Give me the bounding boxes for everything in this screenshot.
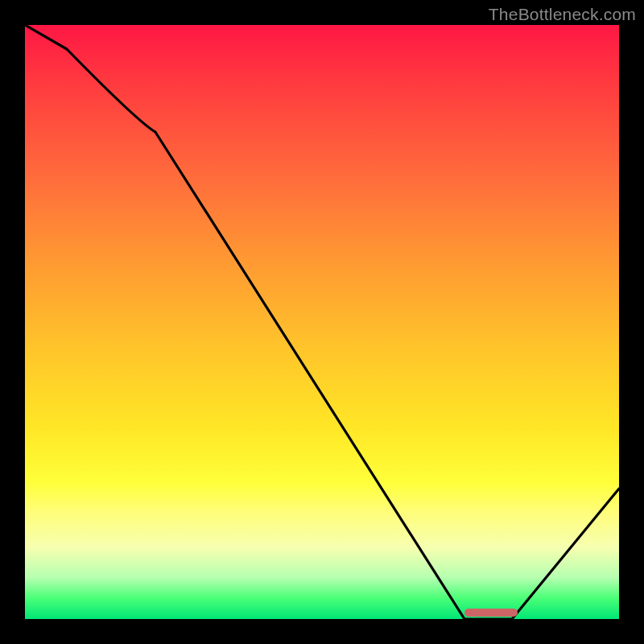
bottleneck-curve <box>25 25 619 619</box>
curve-path <box>25 25 619 619</box>
optimal-range-marker <box>464 609 518 617</box>
watermark-text: TheBottleneck.com <box>489 5 636 24</box>
chart-frame: TheBottleneck.com <box>0 0 644 644</box>
plot-area <box>25 25 619 619</box>
